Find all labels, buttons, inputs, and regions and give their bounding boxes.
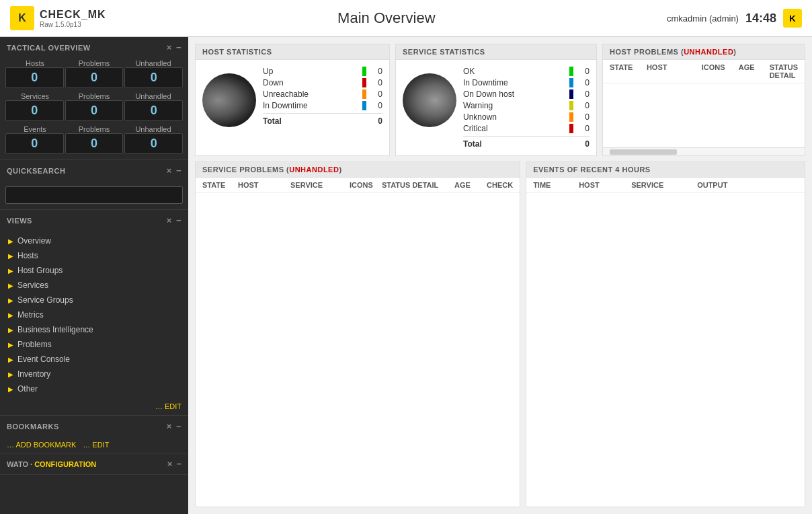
col-icons: ICONS [702,63,732,79]
events-columns: TIME HOST SERVICE OUTPUT [526,178,805,193]
sidebar-item-overview[interactable]: ▶ Overview [0,233,188,248]
moon-graphic [202,73,256,127]
quicksearch-header: QUICKSEARCH × − [0,160,188,181]
add-bookmark-link[interactable]: … ADD BOOKMARK [7,441,76,449]
sp-col-host: HOST [238,181,285,189]
host-problems-unhandled-label: UNHANDLED [684,48,733,56]
content-area: HOST STATISTICS Up 0 Down 0 [188,37,812,514]
stat-bar-unreachable [362,89,366,99]
events-panel: EVENTS OF RECENT 4 HOURS TIME HOST SERVI… [526,161,805,507]
bookmarks-header: BOOKMARKS × − [0,416,188,437]
minimize-icon[interactable]: − [176,421,181,431]
services-values: 0 0 0 [0,100,188,124]
stat-label-critical: Critical [463,124,569,133]
close-icon[interactable]: × [167,42,172,52]
sidebar-item-event-console[interactable]: ▶ Event Console [0,352,188,367]
panels-top: HOST STATISTICS Up 0 Down 0 [195,44,805,156]
stat-label-unknown: Unknown [463,112,569,122]
hosts-problems-count[interactable]: 0 [65,67,124,88]
arrow-icon: ▶ [8,341,13,348]
wato-section: WATO · CONFIGURATION × − [0,453,188,475]
stat-bar-up [362,67,366,76]
views-edit-link[interactable]: … EDIT [155,402,181,410]
events-unhandled-count[interactable]: 0 [124,133,183,154]
sidebar-item-services[interactable]: ▶ Services [0,278,188,293]
search-input[interactable] [5,186,183,204]
sidebar-item-host-groups[interactable]: ▶ Host Groups [0,263,188,278]
sidebar-item-label: Service Groups [17,295,73,305]
events-values: 0 0 0 [0,133,188,159]
events-problems-label: Problems [65,125,124,133]
services-unhandled-count[interactable]: 0 [124,100,183,121]
stats-divider [263,113,382,114]
header-left: K CHECK_MK Raw 1.5.0p13 [10,6,106,30]
service-problems-header: SERVICE PROBLEMS (UNHANDLED) [196,162,520,178]
stat-bar-unknown [569,112,573,122]
sidebar-item-hosts[interactable]: ▶ Hosts [0,248,188,263]
tactical-overview-controls[interactable]: × − [167,42,181,52]
bookmarks-edit-link[interactable]: … EDIT [83,441,109,449]
host-problems-columns: STATE HOST ICONS AGE STATUS DETAIL [603,60,805,83]
sidebar-item-label: Metrics [17,310,44,320]
stat-label-in-downtime-svc: In Downtime [463,78,569,87]
arrow-icon: ▶ [8,282,13,289]
minimize-icon[interactable]: − [176,166,181,176]
minimize-icon[interactable]: − [176,215,181,225]
minimize-icon[interactable]: − [176,459,181,469]
arrow-icon: ▶ [8,237,13,245]
close-icon[interactable]: × [167,421,172,431]
sp-col-service: SERVICE [290,181,344,189]
service-moon-graphic [403,73,456,127]
close-icon[interactable]: × [167,459,173,469]
views-controls[interactable]: × − [167,215,181,225]
sidebar-item-metrics[interactable]: ▶ Metrics [0,307,188,322]
hosts-count[interactable]: 0 [5,67,64,88]
sidebar-item-label: Overview [17,236,51,246]
minimize-icon[interactable]: − [176,42,181,52]
close-icon[interactable]: × [167,215,172,225]
stat-row-critical: Critical 0 [463,124,590,133]
close-icon[interactable]: × [167,166,172,176]
arrow-icon: ▶ [8,356,13,363]
stat-row-on-down-host: On Down host 0 [463,89,590,99]
sidebar-item-label: Business Intelligence [17,325,93,334]
service-statistics-body: OK 0 In Downtime 0 On Down host 0 [396,60,596,155]
events-body [526,193,805,507]
wato-controls[interactable]: × − [167,459,181,469]
quicksearch-inner [0,181,188,209]
stat-val-warning: 0 [576,101,590,110]
stat-val-ok: 0 [576,67,590,76]
stat-bar-ok [569,67,573,76]
sp-title-start: SERVICE PROBLEMS ( [202,166,289,174]
stat-val-on-down-host: 0 [576,89,590,99]
sidebar-item-problems[interactable]: ▶ Problems [0,337,188,352]
host-problems-body [603,83,805,147]
services-label: Services [5,92,65,100]
services-problems-count[interactable]: 0 [65,100,124,121]
stat-row-in-downtime: In Downtime 0 [263,101,382,110]
host-problems-title-start: HOST PROBLEMS ( [610,48,684,56]
sidebar-item-inventory[interactable]: ▶ Inventory [0,367,188,381]
wato-config-label: CONFIGURATION [34,460,96,468]
events-problems-count[interactable]: 0 [65,133,124,154]
bookmarks-controls[interactable]: × − [167,421,181,431]
services-count[interactable]: 0 [5,100,64,121]
stat-label-in-downtime: In Downtime [263,101,362,110]
bookmark-actions: … ADD BOOKMARK … EDIT [7,441,181,449]
sidebar-item-other[interactable]: ▶ Other [0,381,188,396]
quicksearch-controls[interactable]: × − [167,166,181,176]
services-unhandled-label: Unhandled [124,92,183,100]
stat-bar-warning [569,101,573,110]
sidebar-item-service-groups[interactable]: ▶ Service Groups [0,293,188,307]
sidebar-item-label: Event Console [17,355,70,364]
scrollbar[interactable] [603,147,805,155]
arrow-icon: ▶ [8,311,13,319]
service-problems-body [196,193,520,507]
service-statistics-header: SERVICE STATISTICS [396,44,596,60]
events-count[interactable]: 0 [5,133,64,154]
service-stats-table: OK 0 In Downtime 0 On Down host 0 [463,67,590,149]
col-status-detail: STATUS DETAIL [770,63,798,79]
ev-col-host: HOST [579,181,626,189]
hosts-unhandled-count[interactable]: 0 [124,67,183,88]
sidebar-item-business-intelligence[interactable]: ▶ Business Intelligence [0,322,188,337]
